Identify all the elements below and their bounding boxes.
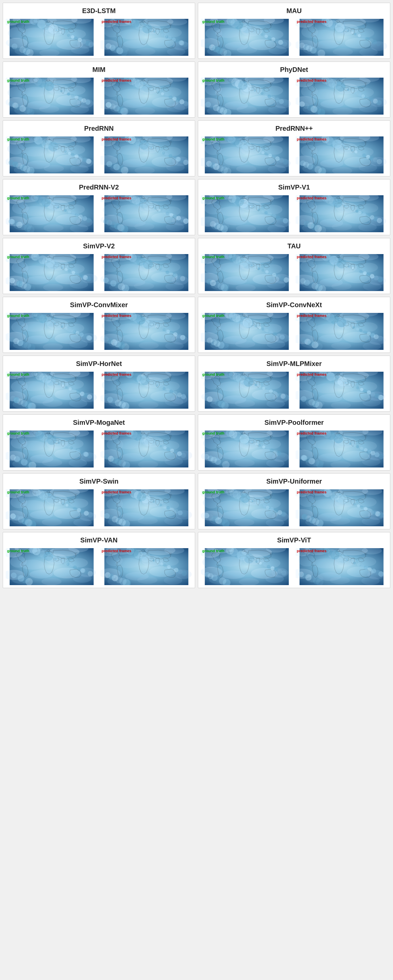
- svg-point-664: [362, 212, 366, 216]
- model-title-predrnn-v2: PredRNN-V2: [6, 182, 192, 192]
- svg-point-27: [82, 39, 86, 44]
- svg-point-897: [138, 342, 158, 349]
- svg-point-1412: [178, 511, 183, 515]
- gt-group-tau: ground truth: [201, 254, 293, 291]
- frames-row-tau: ground truth predicted frames: [201, 254, 387, 291]
- svg-point-1382: [76, 508, 80, 512]
- svg-point-76: [153, 30, 155, 33]
- svg-point-1541: [59, 560, 61, 562]
- svg-point-789: [261, 269, 265, 272]
- svg-point-620: [206, 220, 212, 225]
- svg-point-248: [172, 97, 176, 101]
- model-card-simvp-convmixer: SimVP-ConvMixerground truth predicted fr…: [3, 297, 195, 353]
- svg-point-679: [22, 266, 47, 275]
- svg-point-502: [332, 139, 341, 148]
- svg-point-122: [264, 34, 267, 38]
- svg-point-585: [183, 218, 189, 224]
- svg-point-310: [359, 104, 377, 113]
- pred-map-mim: [100, 78, 192, 115]
- svg-point-247: [157, 91, 160, 94]
- model-title-predrnn-pp: PredRNN++: [201, 123, 387, 134]
- svg-point-1130: [255, 384, 257, 386]
- frames-row-mau: ground truth predicted frames: [201, 19, 387, 56]
- svg-point-1081: [177, 393, 182, 397]
- svg-point-33: [12, 43, 18, 49]
- model-card-predrnn-v2: PredRNN-V2ground truth predicted frames: [3, 179, 195, 235]
- svg-point-1291: [266, 447, 270, 451]
- model-card-predrnn-pp: PredRNN++ground truth predicted frames: [198, 120, 390, 177]
- svg-point-1155: [360, 388, 363, 391]
- svg-point-231: [154, 90, 156, 92]
- svg-point-1297: [277, 451, 282, 456]
- pred-label-e3d-lstm: predicted frames: [102, 19, 132, 24]
- svg-point-1206: [76, 449, 80, 453]
- svg-point-1491: [357, 504, 360, 507]
- svg-point-291: [235, 79, 244, 88]
- svg-point-487: [348, 148, 350, 150]
- svg-point-713: [45, 258, 55, 268]
- pred-group-simvp-poolformer: predicted frames: [296, 431, 388, 468]
- svg-point-207: [63, 91, 66, 94]
- frames-row-simvp-uniformer: ground truth predicted frames: [201, 489, 387, 526]
- frames-row-e3d-lstm: ground truth predicted frames: [6, 19, 192, 56]
- svg-point-317: [358, 93, 362, 97]
- svg-point-1040: [68, 387, 72, 391]
- svg-point-282: [261, 92, 264, 95]
- svg-point-794: [258, 267, 260, 270]
- svg-point-116: [253, 30, 255, 32]
- svg-point-1172: [377, 395, 383, 400]
- svg-point-79: [116, 48, 123, 54]
- svg-point-829: [355, 269, 358, 272]
- svg-point-1360: [73, 518, 92, 526]
- pred-label-simvp-uniformer: predicted frames: [297, 490, 327, 494]
- svg-point-864: [68, 328, 72, 332]
- svg-point-1298: [211, 457, 217, 463]
- svg-point-790: [276, 274, 280, 279]
- svg-point-1108: [266, 399, 285, 408]
- svg-point-1511: [337, 494, 347, 504]
- svg-point-587: [132, 196, 140, 205]
- svg-point-573: [162, 210, 165, 213]
- svg-point-1485: [330, 517, 350, 525]
- svg-point-751: [110, 280, 116, 287]
- gt-group-phydnet: ground truth: [201, 78, 293, 115]
- svg-point-1576: [156, 561, 159, 563]
- svg-point-778: [255, 266, 257, 269]
- pred-map-predrnn-pp: [296, 137, 388, 173]
- svg-point-1057: [117, 383, 142, 393]
- svg-point-627: [231, 196, 240, 204]
- svg-point-402: [158, 150, 160, 153]
- pred-map-mau: [296, 19, 388, 56]
- svg-point-73: [106, 43, 111, 49]
- model-card-simvp-poolformer: SimVP-Poolformerground truth predicted f…: [198, 414, 390, 471]
- gt-map-simvp-convnext: [201, 313, 293, 350]
- svg-point-335: [310, 105, 317, 112]
- gt-group-simvp-vit: ground truth: [201, 548, 293, 585]
- pred-label-mim: predicted frames: [102, 78, 132, 82]
- svg-point-637: [310, 205, 335, 215]
- svg-point-1634: [208, 573, 214, 579]
- svg-point-1165: [352, 385, 355, 388]
- svg-point-977: [319, 334, 342, 343]
- svg-point-469: [311, 146, 336, 156]
- gt-label-simvp-poolformer: ground truth: [202, 431, 224, 435]
- svg-point-1101: [263, 380, 282, 390]
- svg-point-1456: [259, 503, 261, 506]
- svg-point-1411: [163, 505, 166, 508]
- model-title-simvp-convnext: SimVP-ConvNeXt: [201, 300, 387, 310]
- svg-point-259: [215, 88, 240, 97]
- gt-label-simvp-mlpmixer: ground truth: [202, 372, 224, 376]
- svg-point-415: [113, 164, 120, 170]
- svg-point-738: [155, 267, 157, 269]
- gt-group-predrnn-pp: ground truth: [201, 137, 293, 173]
- pred-map-simvp-hornet: [100, 372, 192, 409]
- svg-point-448: [268, 154, 272, 157]
- svg-point-1296: [262, 445, 265, 448]
- svg-point-1549: [18, 575, 25, 582]
- svg-point-208: [78, 97, 82, 101]
- svg-point-538: [64, 209, 67, 212]
- svg-point-1451: [263, 504, 266, 508]
- pred-group-simvp-hornet: predicted frames: [100, 372, 192, 409]
- svg-point-1591: [140, 552, 150, 562]
- gt-group-simvp-swin: ground truth: [6, 489, 98, 526]
